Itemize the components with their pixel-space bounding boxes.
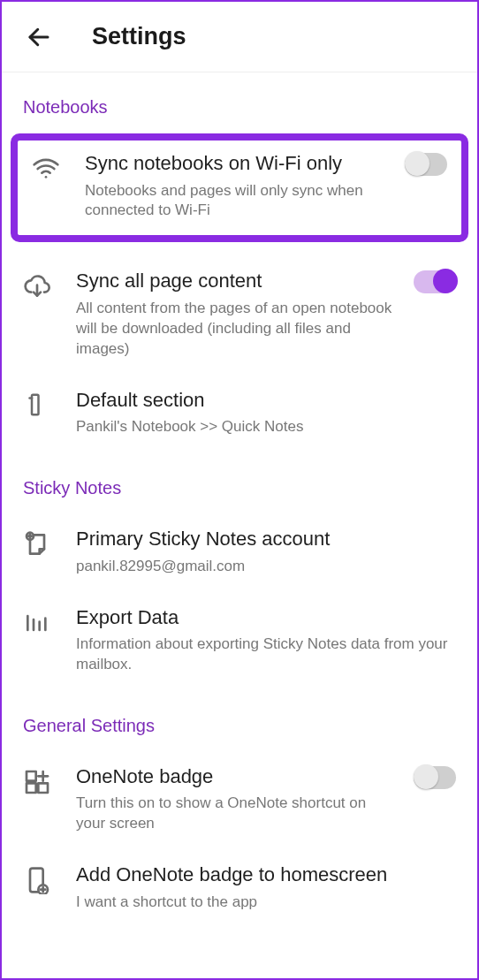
toggle-onenote-badge[interactable] (414, 766, 456, 789)
setting-subtitle: All content from the pages of an open no… (76, 299, 398, 360)
settings-screen: Settings Notebooks Sync notebooks on Wi-… (0, 0, 479, 980)
setting-subtitle: Information about exporting Sticky Notes… (76, 634, 449, 675)
setting-title: OneNote badge (76, 764, 398, 789)
sticky-note-icon (23, 530, 51, 558)
phone-add-icon (23, 866, 51, 894)
setting-primary-account[interactable]: Primary Sticky Notes account pankil.8299… (2, 514, 477, 592)
setting-title: Sync all page content (76, 269, 398, 293)
setting-subtitle: Turn this on to show a OneNote shortcut … (76, 794, 398, 834)
toggle-sync-wifi[interactable] (405, 153, 447, 176)
setting-subtitle: Pankil's Notebook >> Quick Notes (76, 417, 449, 437)
widget-add-icon (23, 768, 51, 796)
arrow-left-icon (26, 24, 52, 50)
setting-export-data[interactable]: Export Data Information about exporting … (2, 593, 477, 691)
page-title: Settings (92, 23, 186, 50)
setting-add-homescreen[interactable]: Add OneNote badge to homescreen I want a… (2, 850, 477, 928)
setting-title: Sync notebooks on Wi-Fi only (85, 151, 389, 176)
setting-title: Default section (76, 388, 449, 413)
setting-sync-wifi[interactable]: Sync notebooks on Wi-Fi only Notebooks a… (27, 151, 452, 235)
back-button[interactable] (23, 21, 55, 53)
svg-rect-14 (38, 783, 48, 793)
cloud-download-icon (23, 272, 51, 300)
wifi-icon (32, 155, 60, 183)
section-header-sticky: Sticky Notes (2, 453, 477, 514)
setting-subtitle: I want a shortcut to the app (76, 893, 449, 913)
app-bar: Settings (2, 2, 477, 72)
setting-onenote-badge[interactable]: OneNote badge Turn this on to show a One… (2, 752, 477, 850)
svg-point-1 (45, 176, 48, 179)
svg-rect-13 (27, 783, 36, 793)
setting-subtitle: Notebooks and pages will only sync when … (85, 181, 389, 222)
section-icon (23, 391, 49, 418)
setting-sync-all[interactable]: Sync all page content All content from t… (2, 256, 477, 375)
setting-title: Primary Sticky Notes account (76, 527, 449, 551)
setting-default-section[interactable]: Default section Pankil's Notebook >> Qui… (2, 376, 477, 453)
toggle-sync-all[interactable] (414, 270, 456, 293)
setting-title: Export Data (76, 605, 449, 630)
section-header-notebooks: Notebooks (2, 72, 477, 133)
export-icon (23, 609, 51, 637)
setting-subtitle: pankil.82995@gmail.com (76, 557, 449, 577)
setting-title: Add OneNote badge to homescreen (76, 862, 449, 887)
svg-rect-12 (27, 771, 36, 781)
highlighted-setting: Sync notebooks on Wi-Fi only Notebooks a… (11, 133, 468, 242)
section-header-general: General Settings (2, 691, 477, 752)
